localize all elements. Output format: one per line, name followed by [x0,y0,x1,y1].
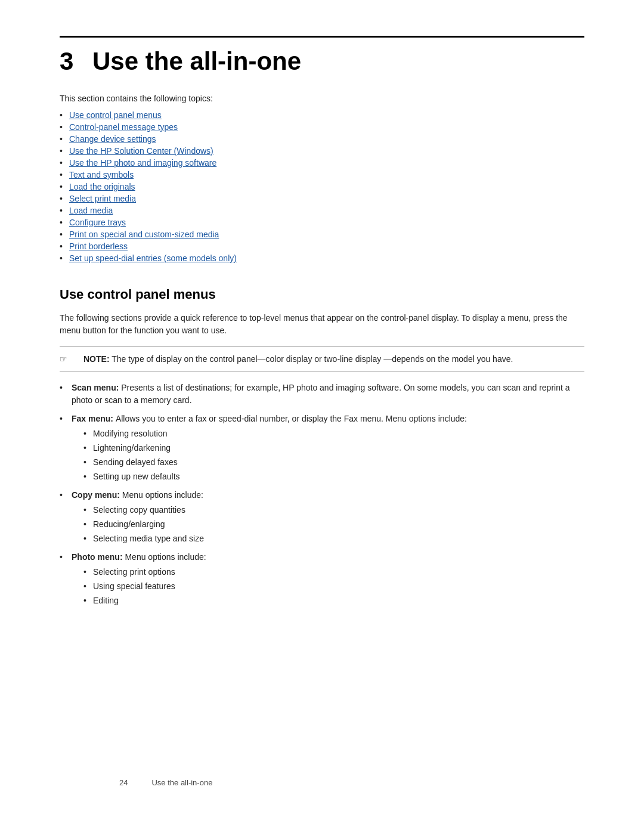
item-label: Fax menu: [72,414,116,423]
topic-link[interactable]: Set up speed-dial entries (some models o… [69,253,237,263]
section1-intro: The following sections provide a quick r… [60,312,584,337]
note-box: ☞ NOTE: The type of display on the contr… [60,346,584,372]
item-text: Menu options include: [122,490,203,500]
note-text: The type of display on the control panel… [112,354,513,364]
topic-link[interactable]: Use the HP photo and imaging software [69,158,216,168]
sub-list: Selecting print optionsUsing special fea… [83,566,584,607]
main-items-list: Scan menu: Presents a list of destinatio… [60,382,584,607]
chapter-header: 3 Use the all-in-one [60,36,584,76]
topic-link[interactable]: Change device settings [69,134,156,144]
topic-link[interactable]: Load the originals [69,182,135,191]
chapter-title-text: Use the all-in-one [92,47,301,75]
sub-list-item: Editing [83,594,584,607]
topic-item[interactable]: Load media [60,206,584,215]
item-label: Scan menu: [72,383,121,392]
main-list-item: Fax menu: Allows you to enter a fax or s… [60,413,584,483]
item-label: Photo menu: [72,552,125,562]
topic-link[interactable]: Load media [69,206,113,215]
main-list-item: Photo menu: Menu options include:Selecti… [60,551,584,607]
topic-item[interactable]: Use control panel menus [60,110,584,120]
note-label: NOTE: [83,354,110,364]
topic-item[interactable]: Set up speed-dial entries (some models o… [60,253,584,263]
section1-title: Use control panel menus [60,287,584,302]
sub-list-item: Selecting print options [83,566,584,578]
topic-link[interactable]: Use control panel menus [69,110,162,120]
main-list-item: Scan menu: Presents a list of destinatio… [60,382,584,407]
chapter-number: 3 [60,47,73,75]
topic-link[interactable]: Control-panel message types [69,122,178,132]
sub-list: Selecting copy quantitiesReducing/enlarg… [83,504,584,545]
topic-item[interactable]: Print on special and custom-sized media [60,230,584,239]
item-text: Menu options include: [125,552,206,562]
sub-list: Modifying resolutionLightening/darkening… [83,428,584,483]
sub-list-item: Lightening/darkening [83,442,584,454]
sub-list-item: Using special features [83,580,584,593]
topic-link[interactable]: Text and symbols [69,170,134,179]
topics-list: Use control panel menusControl-panel mes… [60,110,584,263]
footer-page-number: 24 [119,778,128,787]
intro-text: This section contains the following topi… [60,94,584,103]
topic-item[interactable]: Control-panel message types [60,122,584,132]
footer-title: Use the all-in-one [151,778,212,787]
topic-link[interactable]: Use the HP Solution Center (Windows) [69,146,213,156]
topic-link[interactable]: Configure trays [69,218,126,227]
sub-list-item: Reducing/enlarging [83,518,584,531]
sub-list-item: Modifying resolution [83,428,584,440]
sub-list-item: Selecting copy quantities [83,504,584,516]
item-text: Presents a list of destinations; for exa… [72,383,570,405]
topic-item[interactable]: Text and symbols [60,170,584,179]
topic-item[interactable]: Configure trays [60,218,584,227]
item-label: Copy menu: [72,490,122,500]
item-text: Allows you to enter a fax or speed-dial … [116,414,467,423]
note-icon: ☞ [60,353,67,366]
main-list-item: Copy menu: Menu options include:Selectin… [60,489,584,545]
topic-item[interactable]: Print borderless [60,241,584,251]
topic-item[interactable]: Change device settings [60,134,584,144]
topic-item[interactable]: Load the originals [60,182,584,191]
sub-list-item: Selecting media type and size [83,532,584,545]
page-footer: 24 Use the all-in-one [119,778,525,787]
topic-item[interactable]: Use the HP Solution Center (Windows) [60,146,584,156]
sub-list-item: Setting up new defaults [83,470,584,483]
topic-item[interactable]: Select print media [60,194,584,203]
sub-list-item: Sending delayed faxes [83,456,584,469]
topic-link[interactable]: Print borderless [69,241,128,251]
topic-link[interactable]: Select print media [69,194,136,203]
topic-item[interactable]: Use the HP photo and imaging software [60,158,584,168]
chapter-title: 3 Use the all-in-one [60,47,584,76]
topic-link[interactable]: Print on special and custom-sized media [69,230,219,239]
